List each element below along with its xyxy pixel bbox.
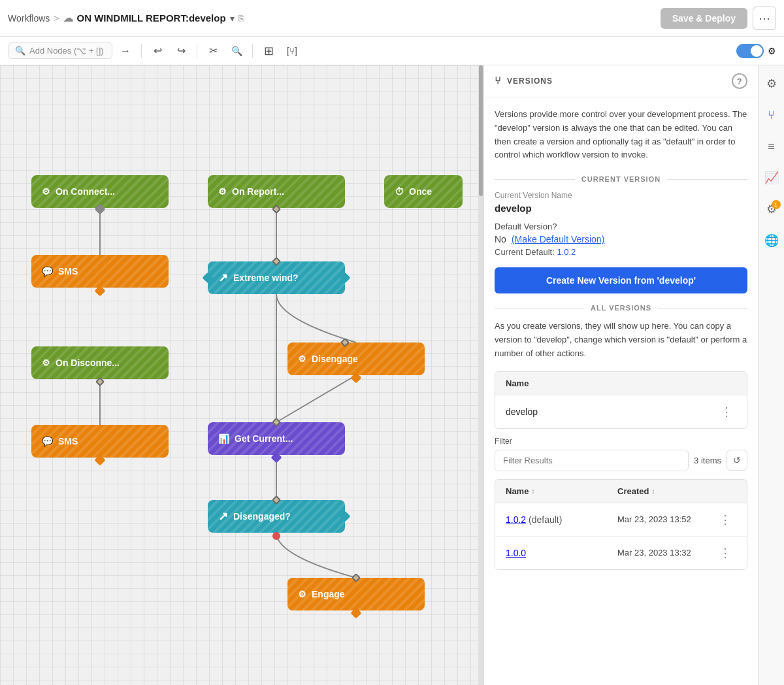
- sms-icon-1: 💬: [42, 266, 53, 276]
- redo-btn[interactable]: ↪: [171, 41, 191, 61]
- current-default-link[interactable]: 1.0.2: [557, 247, 576, 257]
- make-default-link[interactable]: (Make Default Version): [512, 234, 604, 244]
- node-on-report[interactable]: ⚙ On Report...: [208, 175, 345, 208]
- node-label: SMS: [58, 266, 78, 276]
- save-deploy-button[interactable]: Save & Deploy: [661, 8, 747, 29]
- version-100-created: Mar 23, 2023 13:32: [617, 548, 715, 558]
- cog-strip-icon[interactable]: ⚙ 1: [761, 199, 782, 220]
- all-versions-divider: ALL VERSIONS: [495, 304, 747, 312]
- svg-line-4: [276, 375, 356, 422]
- name-sort-icon: ↕: [531, 488, 534, 495]
- clock-icon: ⏱: [395, 186, 404, 197]
- top-bar-right: Save & Deploy ⋯: [661, 7, 776, 30]
- filter-section: Filter 3 items ↺: [495, 437, 747, 471]
- node-sms-1[interactable]: 💬 SMS: [31, 255, 169, 288]
- current-version-divider: CURRENT VERSION: [495, 175, 747, 183]
- zoom-btn[interactable]: 🔍: [226, 41, 247, 61]
- node-on-connect[interactable]: ⚙ On Connect...: [31, 175, 169, 208]
- refresh-button[interactable]: ↺: [727, 450, 747, 471]
- main-layout: ⚙ On Connect... 💬 SMS ⚙ On Disconne... 💬…: [0, 65, 784, 685]
- node-sms-2[interactable]: 💬 SMS: [31, 425, 169, 458]
- current-version-name-value: develop: [495, 203, 747, 214]
- node-label: On Disconne...: [56, 358, 120, 368]
- gear-icon-3: ⚙: [218, 186, 227, 197]
- default-version-label: Default Version?: [495, 222, 747, 231]
- create-version-button[interactable]: Create New Version from 'develop': [495, 267, 747, 293]
- gear-icon: ⚙: [42, 186, 50, 197]
- workflow-dropdown-btn[interactable]: ▾: [230, 13, 235, 24]
- filter-row: 3 items ↺: [495, 450, 747, 471]
- node-label: Engage: [312, 589, 345, 599]
- current-default-row: Current Default: 1.0.2: [495, 247, 747, 257]
- node-get-current[interactable]: 📊 Get Current...: [208, 422, 345, 455]
- filter-count: 3 items: [694, 456, 721, 465]
- align-btn[interactable]: [⑂]: [282, 41, 302, 61]
- versions-title: VERSIONS: [507, 76, 553, 86]
- default-version-value: No (Make Default Version): [495, 234, 747, 244]
- scrollbar-thumb[interactable]: [479, 65, 483, 196]
- arrow-right-btn[interactable]: →: [115, 41, 136, 61]
- current-version-name-label: Current Version Name: [495, 191, 747, 200]
- version-102-suffix: (default): [526, 514, 562, 525]
- canvas-scrollbar[interactable]: [478, 65, 483, 685]
- add-btn[interactable]: ⊞: [258, 41, 279, 61]
- node-label: Disengaged?: [233, 511, 291, 522]
- versions-list-container: Name ↕ Created ↕ 1.0.2 (default) Mar 23: [495, 479, 747, 570]
- list-item: 1.0.0 Mar 23, 2023 13:32 ⋮: [495, 537, 747, 569]
- git-icon: ⑂: [495, 75, 502, 87]
- node-on-disconnect[interactable]: ⚙ On Disconne...: [31, 346, 169, 379]
- default-no-text: No: [495, 234, 506, 244]
- cog-badge: 1: [772, 200, 781, 209]
- add-nodes-label: Add Nodes (⌥ + []): [29, 46, 104, 56]
- gear-icon-2: ⚙: [42, 358, 50, 368]
- globe-strip-icon[interactable]: 🌐: [761, 230, 782, 251]
- breadcrumb-workflows[interactable]: Workflows: [8, 13, 50, 24]
- version-102-menu-btn[interactable]: ⋮: [715, 511, 735, 528]
- gear-icon-4: ⚙: [298, 354, 306, 364]
- workflow-copy-btn[interactable]: ⎘: [238, 13, 244, 24]
- col-name-header[interactable]: Name ↕: [506, 486, 617, 496]
- cloud-icon: ☁: [63, 12, 73, 24]
- workflow-name-text: ON WINDMILL REPORT:develop: [77, 12, 226, 24]
- settings-strip-icon[interactable]: ⚙: [761, 73, 782, 94]
- filter-label: Filter: [495, 437, 747, 446]
- undo-btn[interactable]: ↩: [147, 41, 168, 61]
- chart-strip-icon[interactable]: 📈: [761, 167, 782, 188]
- branch-icon: ↗: [218, 271, 228, 285]
- stack-strip-icon[interactable]: ≡: [761, 136, 782, 157]
- version-102-link[interactable]: 1.0.2: [506, 514, 526, 525]
- version-100-menu-btn[interactable]: ⋮: [715, 544, 735, 561]
- add-nodes-search[interactable]: 🔍 Add Nodes (⌥ + []): [8, 42, 112, 59]
- node-label: SMS: [58, 436, 78, 446]
- git-strip-icon[interactable]: ⑂: [761, 105, 782, 125]
- icon-strip: ⚙ ⑂ ≡ 📈 ⚙ 1 🌐: [758, 65, 784, 685]
- canvas-toggle[interactable]: [736, 44, 764, 58]
- toggle-area: ⚙: [736, 44, 776, 58]
- node-label: Disengage: [312, 354, 358, 364]
- help-button[interactable]: ?: [732, 73, 747, 89]
- col-created-header[interactable]: Created ↕: [617, 486, 715, 496]
- sms-icon-2: 💬: [42, 436, 53, 446]
- develop-name: develop: [506, 407, 538, 417]
- node-disengaged[interactable]: ↗ Disengaged?: [208, 500, 345, 533]
- connector-disengaged-bottom-red[interactable]: [272, 532, 280, 540]
- versions-description: Versions provide more control over your …: [495, 108, 747, 162]
- versions-list: 1.0.2 (default) Mar 23, 2023 13:52 ⋮ 1.0…: [495, 503, 747, 570]
- version-100-link[interactable]: 1.0.0: [506, 548, 526, 558]
- breadcrumb-sep: >: [54, 13, 59, 24]
- more-options-button[interactable]: ⋯: [753, 7, 776, 30]
- node-once[interactable]: ⏱ VERSIONS Once: [384, 175, 463, 208]
- workflow-canvas[interactable]: ⚙ On Connect... 💬 SMS ⚙ On Disconne... 💬…: [0, 65, 483, 685]
- breadcrumb-area: Workflows > ☁ ON WINDMILL REPORT:develop…: [8, 12, 244, 24]
- filter-input[interactable]: [495, 450, 689, 471]
- table-row-develop: develop ⋮: [495, 395, 747, 428]
- divider-2: [197, 44, 197, 58]
- node-engage[interactable]: ⚙ Engage: [287, 578, 425, 610]
- develop-row-menu-btn[interactable]: ⋮: [717, 403, 736, 420]
- cut-btn[interactable]: ✂: [203, 41, 223, 61]
- develop-versions-table: Name develop ⋮: [495, 371, 747, 429]
- node-disengage[interactable]: ⚙ Disengage: [287, 342, 425, 375]
- versions-table-header: Name: [495, 372, 747, 395]
- node-extreme-wind[interactable]: ↗ Extreme wind?: [208, 261, 345, 294]
- versions-panel-body: Versions provide more control over your …: [484, 97, 758, 685]
